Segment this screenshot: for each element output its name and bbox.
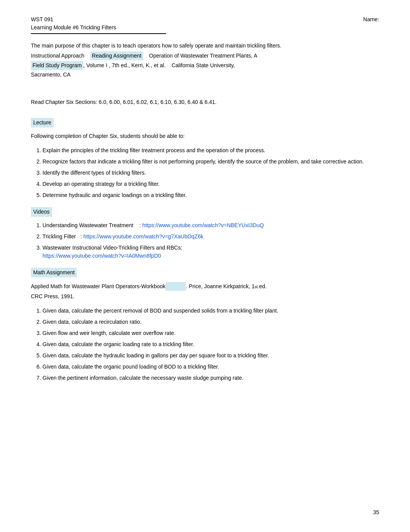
header-top: WST 091 Learning Module #6 Trickling Fil… bbox=[31, 15, 379, 32]
operation-text: Operation of Wastewater Treatment Plants… bbox=[149, 52, 257, 60]
header: WST 091 Learning Module #6 Trickling Fil… bbox=[31, 15, 379, 34]
edition-superscript: st bbox=[254, 284, 258, 290]
page-number: 35 bbox=[373, 508, 379, 517]
video1-separator: : bbox=[135, 222, 142, 228]
video2-link[interactable]: https://www.youtube.com/watch?v=g7XaUbDq… bbox=[83, 233, 203, 240]
intro-section: The main purpose of this chapter is to t… bbox=[31, 42, 379, 79]
video1-link[interactable]: https://www.youtube.com/watch?v=NBEYUxI3… bbox=[142, 222, 264, 228]
lecture-section: Lecture Following completion of Chapter … bbox=[31, 118, 379, 199]
read-text: Read Chapter Six Sections: 6.0, 6.00, 6.… bbox=[31, 98, 379, 106]
list-item: Wastewater Instructional Video-Trickling… bbox=[42, 244, 379, 260]
purpose-text: The main purpose of this chapter is to t… bbox=[31, 42, 379, 50]
price-text: . Price, Joanne Kirkpatrick, 1 bbox=[186, 282, 254, 291]
edition-text: .ed. bbox=[258, 282, 266, 291]
list-item: Identify the different types of tricklin… bbox=[42, 169, 379, 177]
videos-list: Understanding Wastewater Treatment : htt… bbox=[42, 221, 379, 260]
list-item: Given flow and weir length, calculate we… bbox=[42, 329, 379, 337]
course-title: WST 091 bbox=[31, 15, 116, 24]
publisher-text: CRC Press, 1991. bbox=[31, 292, 379, 301]
spacer1 bbox=[31, 87, 379, 98]
header-divider bbox=[31, 33, 166, 34]
list-item: Recognize factors that indicate a trickl… bbox=[42, 158, 379, 166]
field-study-row: Field Study Program , Volume I , 7th ed.… bbox=[31, 61, 379, 70]
header-left: WST 091 Learning Module #6 Trickling Fil… bbox=[31, 15, 116, 32]
list-item: Given data, calculate a recirculation ra… bbox=[42, 318, 379, 326]
video3-link[interactable]: https://www.youtube.com/watch?v=IA0Mwn8f… bbox=[42, 253, 161, 259]
lecture-label: Lecture bbox=[31, 118, 54, 127]
reading-assignment-label: Reading Assignment bbox=[90, 51, 143, 60]
following-text: Following completion of Chapter Six, stu… bbox=[31, 132, 379, 140]
volume-text: , Volume I bbox=[83, 61, 107, 70]
spacer2 bbox=[31, 114, 379, 118]
math-list: Given data, calculate the percent remova… bbox=[42, 307, 379, 382]
read-section: Read Chapter Six Sections: 6.0, 6.00, 6.… bbox=[31, 98, 379, 106]
applied-highlight bbox=[166, 282, 186, 291]
instructional-row: Instructional Approach Reading Assignmen… bbox=[31, 51, 379, 60]
list-item: Develop an operating strategy for a tric… bbox=[42, 180, 379, 188]
video1-label: Understanding Wastewater Treatment bbox=[42, 222, 133, 228]
name-label: Name: bbox=[363, 15, 379, 24]
field-study-label: Field Study Program bbox=[31, 61, 83, 70]
videos-section: Videos Understanding Wastewater Treatmen… bbox=[31, 207, 379, 260]
list-item: Given data, calculate the organic pound … bbox=[42, 363, 379, 371]
location-row: Sacramento, CA bbox=[31, 71, 379, 79]
list-item: Understanding Wastewater Treatment : htt… bbox=[42, 221, 379, 229]
math-label: Math Assignment bbox=[31, 268, 77, 277]
list-item: Determine hydraulic and organic loadings… bbox=[42, 191, 379, 199]
video3-label: Wastewater Instructional Video-Trickling… bbox=[42, 245, 182, 251]
list-item: Given the pertinent information, calcula… bbox=[42, 374, 379, 382]
instructional-label: Instructional Approach bbox=[31, 52, 85, 60]
math-section: Math Assignment Applied Math for Wastewa… bbox=[31, 268, 379, 382]
list-item: Given data, calculate the percent remova… bbox=[42, 307, 379, 315]
applied-text: Applied Math for Wastewater Plant Operat… bbox=[31, 282, 166, 291]
video2-separator: : bbox=[78, 233, 84, 240]
list-item: Explain the principles of the trickling … bbox=[42, 146, 379, 155]
videos-label: Videos bbox=[31, 207, 52, 217]
location-text: Sacramento, CA bbox=[31, 71, 71, 79]
list-item: Given data, calculate the hydraulic load… bbox=[42, 352, 379, 360]
list-item: Given data, calculate the organic loadin… bbox=[42, 340, 379, 348]
module-title: Learning Module #6 Trickling Filters bbox=[31, 24, 116, 32]
video2-label: Trickling Filter bbox=[42, 233, 76, 240]
applied-math-row: Applied Math for Wastewater Plant Operat… bbox=[31, 282, 379, 291]
list-item: Trickling Filter : https://www.youtube.c… bbox=[42, 233, 379, 241]
lecture-list: Explain the principles of the trickling … bbox=[42, 146, 379, 199]
edition-text: , 7th ed., Kerri, K., et al. bbox=[109, 61, 166, 70]
university-text: California State University, bbox=[171, 61, 235, 70]
